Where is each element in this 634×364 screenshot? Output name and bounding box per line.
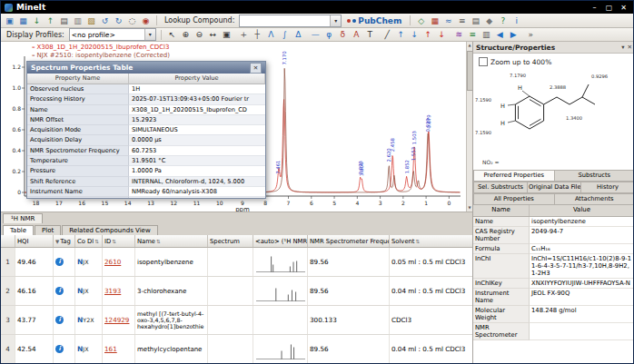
column-header-hqi[interactable]: HQI	[15, 235, 54, 247]
annotation-icon[interactable]: T	[364, 29, 376, 40]
id-link[interactable]: 2610	[104, 259, 121, 266]
dropdown-arrow-icon[interactable]: ▾	[330, 15, 341, 26]
tab-1h-nmr[interactable]: ¹H NMR	[3, 213, 43, 223]
increase-intensity-icon[interactable]: ↑	[395, 29, 407, 40]
crosshair-icon[interactable]: ┼	[252, 29, 263, 40]
reference-icon[interactable]: δ	[337, 29, 349, 40]
column-header-name[interactable]: Name⇅	[135, 235, 208, 247]
column-header-tag[interactable]: ▼Tag	[54, 235, 75, 247]
full-view-icon[interactable]: ▣	[221, 29, 233, 40]
paste-icon[interactable]: ▧	[85, 15, 97, 26]
open-database-icon[interactable]: ▣	[4, 15, 15, 26]
table-view-icon[interactable]: ▤	[470, 15, 481, 26]
undo-icon[interactable]: ↺	[99, 15, 111, 26]
zoom-checkbox-row[interactable]: Zoom up to 400%	[473, 54, 634, 68]
properties-icon[interactable]: ◆	[483, 15, 495, 26]
scroll-up-icon[interactable]: ▲	[468, 42, 471, 49]
multiplet-analysis-icon[interactable]: Δ	[292, 29, 304, 40]
decrease-intensity-icon[interactable]: ↓	[409, 29, 421, 40]
spectrum-view-icon[interactable]: ≈	[442, 15, 454, 26]
scale-down-icon[interactable]: ↓	[436, 29, 448, 40]
panel-close-icon[interactable]: ✕	[628, 44, 632, 51]
pointer-icon[interactable]: ↖	[166, 29, 178, 40]
peak-picking-icon[interactable]: Λ	[265, 29, 277, 40]
title-bar[interactable]: MineIt – ▢ ✕	[1, 1, 633, 14]
stack-spectra-icon[interactable]: ≡	[467, 29, 479, 40]
compound-lookup-icon[interactable]: ◉	[140, 15, 152, 26]
id-link[interactable]: 124929	[104, 317, 129, 324]
pan-icon[interactable]: +	[238, 29, 250, 40]
spectrum-vertical-scrollbar[interactable]: ▲ ▼	[466, 42, 472, 212]
popup-close-button[interactable]: ✕	[250, 63, 262, 74]
id-link[interactable]: 161	[104, 346, 117, 353]
id-link[interactable]: 3193	[104, 288, 121, 295]
phase-correction-icon[interactable]: φ	[323, 29, 335, 40]
more-tools-icon[interactable]: »	[525, 29, 537, 40]
panel-header[interactable]: Structure/Properties ▾ ✕	[473, 42, 634, 54]
periodic-table-icon[interactable]: ▦	[429, 15, 441, 26]
panel-pin-icon[interactable]: ▾	[621, 44, 624, 51]
tab-attachments[interactable]: Attachments	[555, 193, 634, 205]
tab-table[interactable]: Table	[3, 225, 34, 235]
previous-spectrum-icon[interactable]: ◀	[494, 29, 506, 40]
spectrum-panel[interactable]: 18171615141312111098765432101.21.00.80.6…	[1, 42, 466, 212]
scale-up-icon[interactable]: ↑	[422, 29, 434, 40]
column-header-nmr-spectrometer-frequency[interactable]: NMR Spectrometer Frequency⇅	[308, 235, 390, 247]
column-header-co-dl[interactable]: Co Dl⇅	[75, 235, 103, 247]
zoom-in-icon[interactable]: ⊕	[180, 29, 192, 40]
superimpose-spectra-icon[interactable]: ≋	[453, 29, 465, 40]
column-header-spectrum[interactable]: Spectrum	[208, 235, 253, 247]
stacked-view-icon[interactable]: ≡	[456, 15, 468, 26]
info-icon[interactable]: i	[55, 287, 64, 295]
legend-item[interactable]: –NJX #2510: isopentylbenzene (Corrected)	[32, 52, 170, 60]
redo-icon[interactable]: ↻	[113, 15, 124, 26]
table-row[interactable]: 246.16iNJX31933-chlorohexane89.560.04 ml…	[1, 277, 472, 306]
info-icon[interactable]: i	[55, 258, 64, 266]
column-header-solvent[interactable]: Solvent⇅	[390, 235, 472, 247]
save-icon[interactable]: ▦	[17, 15, 29, 26]
search-icon[interactable]: ◌	[126, 15, 138, 26]
tab-related-compounds-view[interactable]: Related Compounds View	[62, 225, 157, 235]
import-spectrum-icon[interactable]: ↓	[31, 15, 43, 26]
structure-viewer[interactable]: HHH7.17907.15907.15902.38881.34000.9296	[473, 68, 634, 159]
info-icon[interactable]: i	[55, 345, 64, 353]
draw-line-icon[interactable]: ╱	[381, 29, 393, 40]
lookup-compound-input[interactable]	[240, 16, 330, 25]
arrange-windows-icon[interactable]: ▥	[480, 29, 492, 40]
tab-all-properties[interactable]: All Properties	[473, 193, 555, 205]
next-spectrum-icon[interactable]: ▶	[508, 29, 520, 40]
popup-title-bar[interactable]: Spectrum Properties Table ✕	[27, 62, 265, 74]
tab-substructs[interactable]: Substructs	[555, 170, 634, 182]
integration-icon[interactable]: ∫	[279, 29, 291, 40]
tab-history[interactable]: History	[581, 182, 634, 193]
tab-plot[interactable]: Plot	[35, 225, 61, 235]
info-icon[interactable]: i	[510, 15, 522, 26]
lookup-compound-combobox[interactable]: ▾	[239, 15, 342, 27]
checkbox-icon[interactable]	[479, 57, 488, 66]
fit-width-icon[interactable]: ↔	[207, 29, 219, 40]
dropdown-arrow-icon[interactable]: ▾	[144, 29, 155, 40]
help-icon[interactable]: ?	[497, 15, 509, 26]
copy-icon[interactable]: ▥	[72, 15, 84, 26]
legend-item[interactable]: –X308_1D_1H_20200515_Ibuprofen_CDCl3	[32, 44, 170, 52]
info-icon[interactable]: i	[55, 316, 64, 324]
display-profiles-combobox[interactable]: <no profile> ▾	[69, 28, 156, 41]
column-header-id[interactable]: ID⇅	[103, 235, 135, 247]
baseline-correction-icon[interactable]: —	[310, 29, 322, 40]
tab-original-data-files[interactable]: Original Data Files	[528, 182, 581, 193]
table-row[interactable]: 149.46iNJX2610isopentylbenzene89.560.05 …	[1, 248, 472, 277]
scroll-down-icon[interactable]: ▼	[468, 204, 471, 212]
maximize-button[interactable]: ▢	[603, 3, 615, 13]
assignment-icon[interactable]: A	[351, 29, 362, 40]
minimize-button[interactable]: –	[589, 3, 600, 13]
structure-editor-icon[interactable]: ◇	[415, 15, 427, 26]
print-icon[interactable]: ▤	[58, 15, 70, 26]
tab-sel-substructs[interactable]: Sel. Substructs	[473, 182, 528, 193]
zoom-out-icon[interactable]: ⊖	[193, 29, 205, 40]
tab-preferred-properties[interactable]: Preferred Properties	[473, 170, 555, 182]
table-row[interactable]: 442.54iNJX161methylcyclopentane89.560.04…	[1, 335, 472, 364]
column-header-rownum[interactable]	[1, 235, 15, 247]
name-column-header[interactable]: Name	[473, 205, 530, 216]
value-column-header[interactable]: Value	[530, 205, 634, 216]
close-button[interactable]: ✕	[618, 3, 629, 13]
